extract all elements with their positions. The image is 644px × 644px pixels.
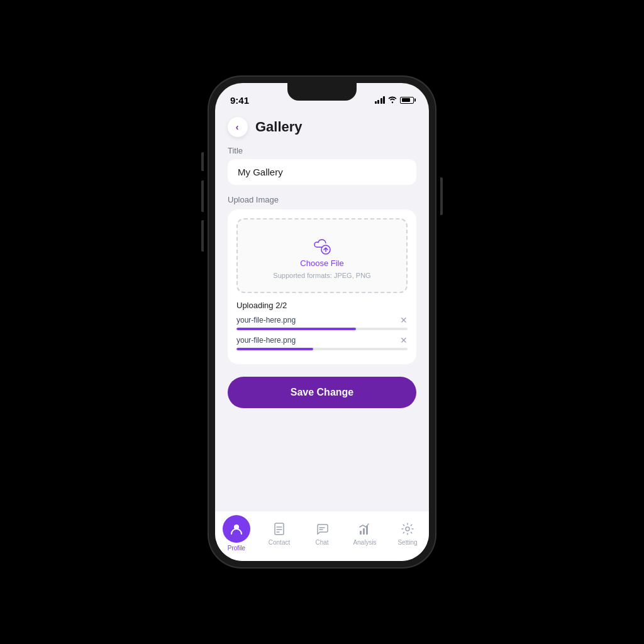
upload-dropzone[interactable]: Choose File Supported formats: JPEG, PNG [236,218,408,293]
nav-label-analysis: Analysis [353,539,376,546]
progress-bar-fill-2 [236,348,313,350]
upload-filename-1: your-file-here.png [236,316,296,325]
battery-icon [400,97,414,104]
notch [287,83,357,101]
upload-item-2: your-file-here.png ✕ [236,335,408,350]
status-icons [375,96,414,105]
save-btn-wrapper: Save Change [215,364,429,418]
analysis-icon [357,521,373,537]
signal-icon [375,96,386,104]
contact-icon [271,521,287,537]
upload-item-1: your-file-here.png ✕ [236,315,408,330]
cloud-upload-icon [309,232,335,255]
nav-label-setting: Setting [397,539,417,546]
uploading-label: Uploading 2/2 [236,301,408,310]
header: ‹ Gallery [215,111,429,146]
choose-file-link[interactable]: Choose File [300,258,343,268]
save-button[interactable]: Save Change [228,377,416,408]
nav-item-chat[interactable]: Chat [301,521,343,546]
upload-close-2[interactable]: ✕ [400,335,408,345]
upload-section-label: Upload Image [228,195,416,204]
svg-point-11 [406,527,409,531]
nav-label-contact: Contact [269,539,290,546]
status-time: 9:41 [230,95,249,106]
main-content: ‹ Gallery Title Upload Image [215,111,429,511]
page-title: Gallery [255,119,303,135]
form-area: Title Upload Image Choose File Suppor [215,146,429,364]
nav-label-profile: Profile [228,545,245,552]
nav-item-profile[interactable]: Profile [215,515,258,552]
progress-bar-bg-2 [236,348,408,350]
title-field-label: Title [228,146,416,155]
nav-item-contact[interactable]: Contact [258,521,301,546]
upload-close-1[interactable]: ✕ [400,315,408,325]
profile-icon-bg [223,515,250,543]
back-button[interactable]: ‹ [228,117,248,137]
svg-rect-9 [363,528,365,535]
chat-icon [314,521,330,537]
profile-icon [230,522,243,536]
nav-label-chat: Chat [315,539,328,546]
nav-item-analysis[interactable]: Analysis [343,521,386,546]
title-input[interactable] [228,159,416,185]
setting-icon [399,521,416,537]
back-icon: ‹ [236,122,239,132]
bottom-nav: Profile Contact [215,511,429,561]
progress-bar-bg-1 [236,328,408,330]
svg-rect-2 [275,523,284,535]
supported-formats: Supported formats: JPEG, PNG [273,272,370,279]
wifi-icon [388,96,397,105]
upload-filename-2: your-file-here.png [236,336,296,345]
svg-rect-8 [360,531,362,535]
nav-item-setting[interactable]: Setting [386,521,429,546]
progress-bar-fill-1 [236,328,356,330]
upload-zone-wrapper: Choose File Supported formats: JPEG, PNG… [228,209,416,364]
